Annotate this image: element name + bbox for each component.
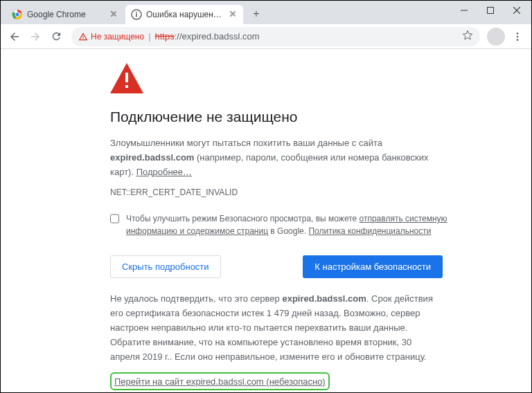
reporting-checkbox-row: Чтобы улучшить режим Безопасного просмот… [110,212,450,237]
svg-point-11 [517,35,519,37]
tab-title: Ошибка нарушения конфиденциальности [146,10,225,19]
new-tab-button[interactable]: + [247,5,265,23]
minimize-button[interactable] [451,1,477,20]
page-content: Подключение не защищено Злоумышленники м… [1,49,531,393]
bookmark-icon[interactable] [462,30,473,43]
svg-rect-14 [125,85,128,88]
svg-rect-13 [125,73,128,82]
svg-point-12 [517,39,519,41]
close-window-button[interactable] [504,1,530,20]
reload-button[interactable] [46,27,66,46]
back-button[interactable] [5,27,24,46]
learn-more-link[interactable]: Подробнее… [136,167,192,177]
window-controls [451,1,530,24]
proceed-highlight: Перейти на сайт expired.badssl.com (небе… [110,372,330,390]
menu-button[interactable] [508,27,527,46]
close-icon[interactable] [109,10,118,19]
reporting-checkbox[interactable] [110,214,119,223]
intro-text: Злоумышленники могут пытаться похитить в… [110,136,443,179]
chrome-icon [12,9,23,20]
maximize-button[interactable] [477,1,504,20]
address-bar[interactable]: Не защищено | https://expired.badssl.com [71,27,480,46]
toolbar: Не защищено | https://expired.badssl.com [1,24,531,49]
tab-title: Google Chrome [27,10,106,19]
url-text: https://expired.badssl.com [155,31,260,42]
tab-chrome[interactable]: Google Chrome [6,5,124,24]
button-row: Скрыть подробности К настройкам безопасн… [110,255,443,278]
forward-button[interactable] [26,27,45,46]
security-indicator[interactable]: Не защищено [78,32,144,42]
page-title: Подключение не защищено [110,109,531,125]
warning-icon [78,32,88,42]
proceed-link[interactable]: Перейти на сайт expired.badssl.com (небе… [114,376,326,387]
close-icon[interactable] [228,10,238,19]
svg-rect-4 [136,14,137,17]
profile-avatar[interactable] [487,28,505,46]
error-code: NET::ERR_CERT_DATE_INVALID [110,188,531,197]
svg-point-10 [517,33,519,35]
tab-error[interactable]: Ошибка нарушения конфиденциальности [125,5,243,24]
back-to-safety-button[interactable]: К настройкам безопасности [303,255,443,278]
details-text: Не удалось подтвердить, что это сервер e… [110,292,443,364]
privacy-link[interactable]: Политика конфиденциальности [308,226,431,236]
warning-triangle-icon [110,63,531,96]
info-icon [131,9,142,20]
svg-rect-7 [488,8,494,14]
hide-details-button[interactable]: Скрыть подробности [110,255,221,278]
titlebar: Google Chrome Ошибка нарушения конфиденц… [1,1,531,24]
svg-point-2 [15,12,19,17]
security-label: Не защищено [91,32,144,42]
svg-rect-5 [136,12,137,13]
